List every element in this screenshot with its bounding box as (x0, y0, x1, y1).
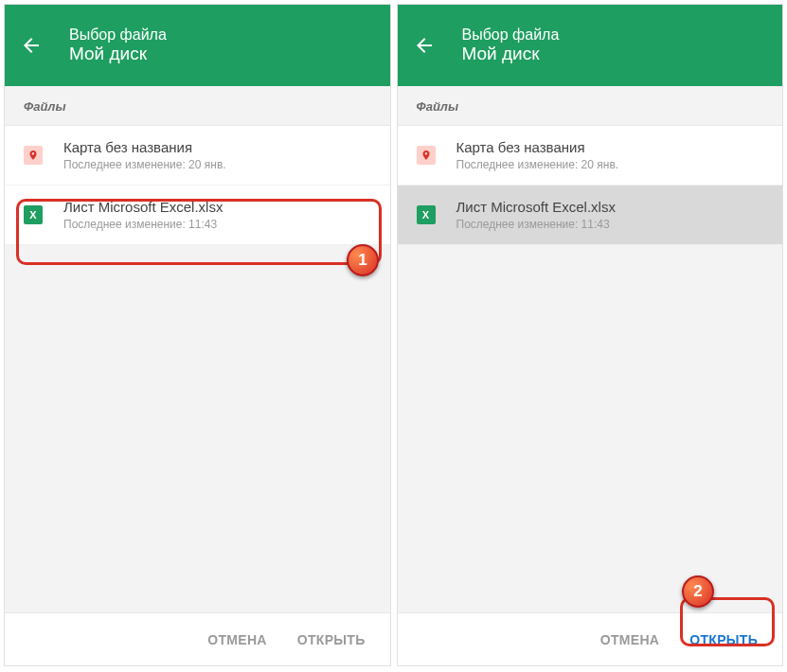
file-item-map[interactable]: Карта без названия Последнее изменение: … (5, 126, 390, 186)
section-label: Файлы (398, 86, 783, 126)
file-name: Лист Microsoft Excel.xlsx (456, 199, 616, 215)
file-item-map[interactable]: Карта без названия Последнее изменение: … (398, 126, 783, 186)
phone-screen-right: Выбор файла Мой диск Файлы Карта без наз… (397, 4, 784, 666)
file-meta: Последнее изменение: 20 янв. (63, 158, 226, 171)
header-text: Выбор файла Мой диск (462, 27, 560, 64)
header-title: Мой диск (69, 44, 167, 64)
file-text: Карта без названия Последнее изменение: … (456, 139, 619, 171)
map-file-icon (24, 146, 43, 165)
app-header: Выбор файла Мой диск (398, 5, 783, 86)
header-title: Мой диск (462, 44, 560, 64)
section-label: Файлы (5, 86, 390, 126)
cancel-button[interactable]: ОТМЕНА (589, 623, 671, 657)
back-arrow-icon[interactable] (413, 34, 436, 57)
file-meta: Последнее изменение: 11:43 (456, 218, 616, 231)
header-subtitle: Выбор файла (69, 27, 167, 44)
header-subtitle: Выбор файла (462, 27, 560, 44)
file-item-excel[interactable]: X Лист Microsoft Excel.xlsx Последнее из… (5, 186, 390, 245)
open-button[interactable]: ОТКРЫТЬ (286, 623, 377, 657)
back-arrow-icon[interactable] (20, 34, 43, 57)
app-header: Выбор файла Мой диск (5, 5, 390, 86)
phone-screen-left: Выбор файла Мой диск Файлы Карта без наз… (4, 4, 391, 666)
footer-bar: ОТМЕНА ОТКРЫТЬ (398, 612, 783, 665)
file-text: Лист Microsoft Excel.xlsx Последнее изме… (456, 199, 616, 231)
cancel-button[interactable]: ОТМЕНА (196, 623, 277, 657)
excel-file-icon: X (417, 205, 436, 224)
header-text: Выбор файла Мой диск (69, 27, 167, 64)
file-name: Карта без названия (63, 139, 226, 155)
step-badge: 1 (347, 244, 379, 276)
file-name: Лист Microsoft Excel.xlsx (63, 199, 223, 215)
file-text: Лист Microsoft Excel.xlsx Последнее изме… (63, 199, 223, 231)
file-text: Карта без названия Последнее изменение: … (63, 139, 226, 171)
file-name: Карта без названия (456, 139, 619, 155)
footer-bar: ОТМЕНА ОТКРЫТЬ (5, 612, 390, 665)
map-file-icon (417, 146, 436, 165)
file-meta: Последнее изменение: 20 янв. (456, 158, 619, 171)
step-badge: 2 (682, 575, 714, 608)
file-meta: Последнее изменение: 11:43 (63, 218, 223, 231)
open-button[interactable]: ОТКРЫТЬ (678, 623, 769, 657)
file-item-excel[interactable]: X Лист Microsoft Excel.xlsx Последнее из… (398, 186, 783, 245)
excel-file-icon: X (24, 205, 43, 224)
file-list: Карта без названия Последнее изменение: … (398, 126, 783, 245)
file-list: Карта без названия Последнее изменение: … (5, 126, 390, 245)
